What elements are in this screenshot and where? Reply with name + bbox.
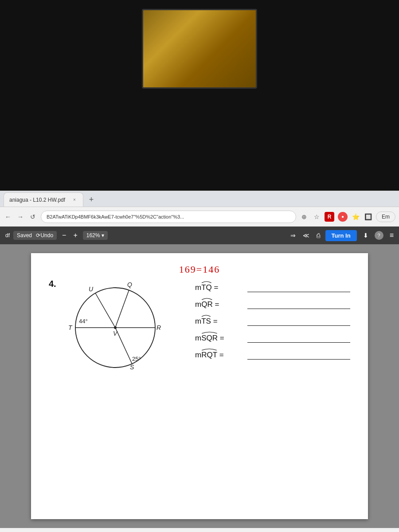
menu-button[interactable]: ≡ <box>390 231 394 239</box>
pdf-saved-status: Saved ⟳Undo <box>13 231 57 240</box>
equations-area: m TQ = m QR = <box>195 279 350 368</box>
pdf-page: 169=146 4. <box>31 253 368 519</box>
address-bar-row: ← → ↺ B2ATwATiKDp4BMF6k3kAwE7-tcwh0e7"%5… <box>0 207 399 227</box>
address-bar[interactable]: B2ATwATiKDp4BMF6k3kAwE7-tcwh0e7"%5D%2C"a… <box>41 211 296 223</box>
eq-row-sqr: m SQR = <box>195 334 350 343</box>
add-tab-icon[interactable]: ⊕ <box>300 212 309 221</box>
point-s-label: S <box>130 364 134 371</box>
hw-annotation-text: 169=146 <box>179 264 220 275</box>
collaborate-icon[interactable]: ≪ <box>303 232 309 239</box>
extension-icon-1[interactable]: ● <box>338 212 348 222</box>
extension-icon-2[interactable]: ⭐ <box>351 212 360 221</box>
browser-window: aniagua - L10.2 HW.pdf × + ← → ↺ B2ATwAT… <box>0 191 399 532</box>
problem-number: 4. <box>49 279 62 289</box>
zoom-selector[interactable]: 162% ▾ <box>83 231 108 240</box>
svg-line-3 <box>95 293 115 328</box>
eq-answer-tq <box>247 283 350 292</box>
forward-button[interactable]: → <box>16 212 25 221</box>
eq-label-rqt: m RQT = <box>195 351 244 360</box>
eq-answer-ts <box>247 317 350 326</box>
eq-row-rqt: m RQT = <box>195 351 350 360</box>
zoom-plus-button[interactable]: + <box>71 231 79 239</box>
share-icon[interactable]: ⇒ <box>290 232 296 239</box>
zoom-minus-button[interactable]: − <box>60 231 68 239</box>
circle-diagram-svg: Q U T R S V 44° 25° <box>66 279 164 376</box>
point-u-label: U <box>89 286 94 293</box>
laptop-background <box>0 0 399 191</box>
pdf-title: df <box>5 232 10 239</box>
tab-bar: aniagua - L10.2 HW.pdf × + <box>0 191 399 207</box>
center-v-label: V <box>113 330 118 337</box>
download-button[interactable]: ⬇ <box>363 232 368 239</box>
monitor-screen <box>142 9 257 89</box>
turn-in-button[interactable]: Turn In <box>325 230 357 241</box>
url-text: B2ATwATiKDp4BMF6k3kAwE7-tcwh0e7"%5D%2C"a… <box>47 214 184 219</box>
bookmark-icon[interactable]: ☆ <box>312 212 321 221</box>
new-tab-button[interactable]: + <box>85 193 98 206</box>
print-icon[interactable]: ⎙ <box>317 232 320 239</box>
help-button[interactable]: ? <box>375 231 383 240</box>
circle-diagram-container: Q U T R S V 44° 25° <box>66 279 191 385</box>
eq-label-qr: m QR = <box>195 300 244 309</box>
pdf-toolbar: df Saved ⟳Undo − + 162% ▾ ⇒ ≪ ⎙ Turn In … <box>0 227 399 244</box>
svg-line-6 <box>115 328 132 364</box>
eq-row-tq: m TQ = <box>195 283 350 292</box>
tab-close-button[interactable]: × <box>71 197 78 203</box>
cast-icon[interactable]: 🔲 <box>364 212 372 221</box>
undo-button[interactable]: ⟳Undo <box>36 232 53 239</box>
point-r-label: R <box>156 324 161 331</box>
eq-answer-qr <box>247 300 350 309</box>
eq-answer-rqt <box>247 351 350 360</box>
angle-44-label: 44° <box>79 318 88 325</box>
tab-title: aniagua - L10.2 HW.pdf <box>9 197 65 203</box>
eq-answer-sqr <box>247 334 350 343</box>
svg-line-4 <box>115 290 129 328</box>
eq-label-tq: m TQ = <box>195 283 244 292</box>
eq-row-ts: m TS = <box>195 317 350 326</box>
eq-label-sqr: m SQR = <box>195 334 244 343</box>
pdf-content-area: 169=146 4. <box>0 244 399 528</box>
handwritten-annotation-top: 169=146 <box>49 264 350 275</box>
turn-in-label: Turn In <box>332 232 351 239</box>
point-t-label: T <box>68 324 73 331</box>
eq-row-qr: m QR = <box>195 300 350 309</box>
point-q-label: Q <box>127 281 132 288</box>
reload-button[interactable]: ↺ <box>28 212 37 221</box>
back-button[interactable]: ← <box>4 212 12 221</box>
r-extension-icon[interactable]: R <box>325 212 334 222</box>
em-button[interactable]: Em <box>376 211 395 222</box>
eq-label-ts: m TS = <box>195 317 244 326</box>
angle-25-label: 25° <box>132 356 141 362</box>
active-tab[interactable]: aniagua - L10.2 HW.pdf × <box>4 192 83 207</box>
